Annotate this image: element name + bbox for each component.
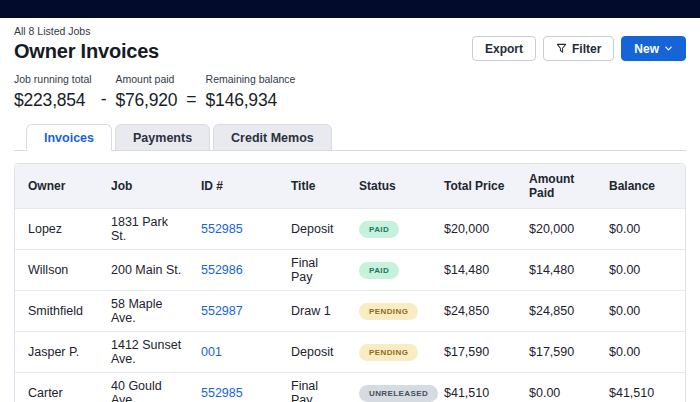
id-cell: 001 xyxy=(193,332,283,373)
export-button-label: Export xyxy=(485,42,523,56)
table-row: Smithfield58 Maple Ave.552987Draw 1PENDI… xyxy=(15,291,685,332)
balance-cell: $0.00 xyxy=(601,250,685,291)
balance-cell: $0.00 xyxy=(601,209,685,250)
status-cell: PAID xyxy=(351,209,436,250)
balance-cell: $0.00 xyxy=(601,291,685,332)
title-cell: Draw 1 xyxy=(283,291,351,332)
invoice-id-link[interactable]: 552987 xyxy=(201,304,243,318)
id-cell: 552985 xyxy=(193,373,283,402)
tab-bar: Invoices Payments Credit Memos xyxy=(14,124,686,151)
summary-remaining-balance: Remaining balance $146,934 xyxy=(206,73,296,111)
status-cell: PAID xyxy=(351,250,436,291)
equals-operator: = xyxy=(186,89,196,111)
owner-cell: Willson xyxy=(15,250,103,291)
job-cell: 58 Maple Ave. xyxy=(103,291,193,332)
balance-cell: $0.00 xyxy=(601,332,685,373)
amount-paid-cell: $0.00 xyxy=(521,373,601,402)
status-cell: PENDING xyxy=(351,332,436,373)
funnel-icon xyxy=(556,43,567,54)
column-header-amount-paid: Amount Paid xyxy=(521,164,601,209)
tab-credit-memos[interactable]: Credit Memos xyxy=(213,124,332,151)
column-header-status: Status xyxy=(351,164,436,209)
minus-operator: - xyxy=(101,89,107,111)
tab-invoices[interactable]: Invoices xyxy=(26,124,112,151)
title-cell: Final Pay xyxy=(283,373,351,402)
table-row: Jasper P.1412 Sunset Ave.001DepositPENDI… xyxy=(15,332,685,373)
status-badge: UNRELEASED xyxy=(359,385,438,402)
id-cell: 552986 xyxy=(193,250,283,291)
total-price-cell: $41,510 xyxy=(436,373,521,402)
title-cell: Final Pay xyxy=(283,250,351,291)
top-navigation-bar xyxy=(0,0,700,18)
page-content: All 8 Listed Jobs Owner Invoices Export … xyxy=(0,25,700,402)
status-badge: PAID xyxy=(359,221,399,238)
summary-bar: Job running total $223,854 - Amount paid… xyxy=(14,73,686,111)
amount-paid-cell: $14,480 xyxy=(521,250,601,291)
summary-value: $76,920 xyxy=(115,90,177,111)
title-cell: Deposit xyxy=(283,332,351,373)
column-header-job: Job xyxy=(103,164,193,209)
owner-cell: Lopez xyxy=(15,209,103,250)
export-button[interactable]: Export xyxy=(472,36,536,61)
job-cell: 1831 Park St. xyxy=(103,209,193,250)
header-actions: Export Filter New xyxy=(472,36,686,61)
status-badge: PENDING xyxy=(359,344,418,361)
title-cell: Deposit xyxy=(283,209,351,250)
summary-label: Amount paid xyxy=(115,73,177,85)
invoice-id-link[interactable]: 001 xyxy=(201,345,222,359)
id-cell: 552985 xyxy=(193,209,283,250)
job-cell: 1412 Sunset Ave. xyxy=(103,332,193,373)
new-button-label: New xyxy=(634,42,659,56)
status-badge: PENDING xyxy=(359,303,418,320)
job-cell: 40 Gould Ave. xyxy=(103,373,193,402)
column-header-id: ID # xyxy=(193,164,283,209)
total-price-cell: $20,000 xyxy=(436,209,521,250)
table-row: Carter40 Gould Ave.552985Final PayUNRELE… xyxy=(15,373,685,402)
tab-payments[interactable]: Payments xyxy=(115,124,210,151)
summary-value: $146,934 xyxy=(206,90,296,111)
invoices-table-container: Owner Job ID # Title Status Total Price … xyxy=(14,163,686,402)
summary-value: $223,854 xyxy=(14,90,92,111)
page-header-left: All 8 Listed Jobs Owner Invoices xyxy=(14,25,159,63)
table-row: Willson200 Main St.552986Final PayPAID$1… xyxy=(15,250,685,291)
summary-label: Remaining balance xyxy=(206,73,296,85)
table-row: Lopez1831 Park St.552985DepositPAID$20,0… xyxy=(15,209,685,250)
owner-cell: Smithfield xyxy=(15,291,103,332)
amount-paid-cell: $24,850 xyxy=(521,291,601,332)
summary-job-running-total: Job running total $223,854 xyxy=(14,73,92,111)
owner-cell: Carter xyxy=(15,373,103,402)
summary-label: Job running total xyxy=(14,73,92,85)
new-button[interactable]: New xyxy=(621,36,686,61)
invoice-id-link[interactable]: 552986 xyxy=(201,263,243,277)
summary-amount-paid: Amount paid $76,920 xyxy=(115,73,177,111)
chevron-down-icon xyxy=(664,44,673,53)
column-header-balance: Balance xyxy=(601,164,685,209)
page-title: Owner Invoices xyxy=(14,40,159,63)
column-header-title: Title xyxy=(283,164,351,209)
id-cell: 552987 xyxy=(193,291,283,332)
job-cell: 200 Main St. xyxy=(103,250,193,291)
owner-cell: Jasper P. xyxy=(15,332,103,373)
column-header-total-price: Total Price xyxy=(436,164,521,209)
total-price-cell: $24,850 xyxy=(436,291,521,332)
total-price-cell: $14,480 xyxy=(436,250,521,291)
column-header-owner: Owner xyxy=(15,164,103,209)
filter-button[interactable]: Filter xyxy=(543,36,614,61)
balance-cell: $41,510 xyxy=(601,373,685,402)
filter-button-label: Filter xyxy=(572,42,601,56)
amount-paid-cell: $20,000 xyxy=(521,209,601,250)
invoice-id-link[interactable]: 552985 xyxy=(201,386,243,400)
page-header: All 8 Listed Jobs Owner Invoices Export … xyxy=(14,25,686,63)
breadcrumb: All 8 Listed Jobs xyxy=(14,25,159,37)
invoice-id-link[interactable]: 552985 xyxy=(201,222,243,236)
invoices-table: Owner Job ID # Title Status Total Price … xyxy=(15,164,685,402)
amount-paid-cell: $17,590 xyxy=(521,332,601,373)
table-header-row: Owner Job ID # Title Status Total Price … xyxy=(15,164,685,209)
status-badge: PAID xyxy=(359,262,399,279)
total-price-cell: $17,590 xyxy=(436,332,521,373)
status-cell: UNRELEASED xyxy=(351,373,436,402)
status-cell: PENDING xyxy=(351,291,436,332)
